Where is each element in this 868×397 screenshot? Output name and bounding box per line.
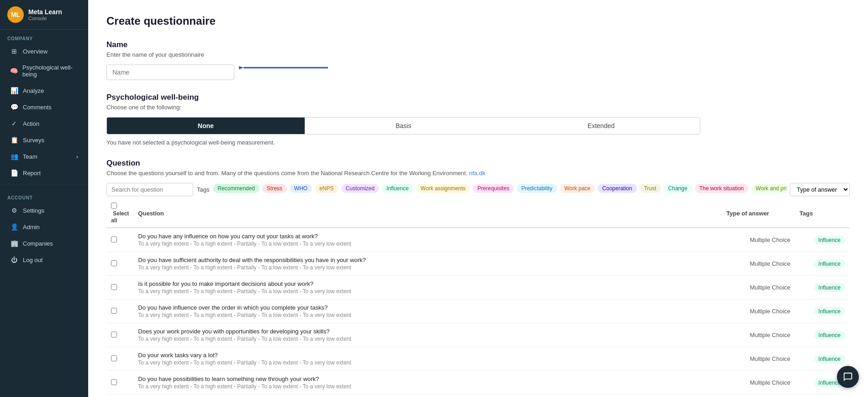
chat-button[interactable]: [837, 366, 859, 388]
tag-chip-trust[interactable]: Trust: [640, 184, 661, 193]
surveys-icon: 📋: [10, 136, 18, 144]
row-tag-badge[interactable]: Influence: [814, 283, 845, 292]
table-row: Do you have sufficient authority to deal…: [106, 252, 850, 276]
sidebar-item-comments[interactable]: 💬 Comments: [3, 99, 85, 115]
search-tags-row: Tags RecommendedStressWHOeNPSCustomizedI…: [106, 183, 850, 196]
type-dropdown[interactable]: Type of answer: [790, 183, 850, 196]
select-all-checkbox[interactable]: [111, 203, 117, 209]
question-text: Do your work tasks vary a lot?: [138, 352, 717, 359]
sidebar-item-team[interactable]: 👥 Team ›: [3, 149, 85, 164]
row-tag-cell-0: Influence: [795, 228, 850, 252]
row-question-cell-1: Do you have sufficient authority to deal…: [133, 252, 722, 276]
row-checkbox-5[interactable]: [111, 355, 117, 361]
logo-subtitle: Console: [28, 16, 62, 21]
sidebar-item-analyze[interactable]: 📊 Analyze: [3, 83, 85, 98]
row-tag-badge[interactable]: Influence: [814, 259, 845, 268]
question-section: Question Choose the questions yourself t…: [106, 159, 850, 397]
question-col-header: Question: [133, 199, 722, 228]
row-tag-cell-2: Influence: [795, 276, 850, 300]
tag-chip-influence[interactable]: Influence: [382, 184, 413, 193]
tag-chip-customized[interactable]: Customized: [341, 184, 379, 193]
question-sub: To a very high extent - To a high extent…: [138, 336, 717, 342]
row-tag-cell-7: Influence: [795, 395, 850, 397]
name-input[interactable]: [106, 64, 234, 80]
account-section-label: ACCOUNT: [0, 189, 88, 202]
row-checkbox-6[interactable]: [111, 379, 117, 385]
sidebar-item-psych[interactable]: 🧠 Psychological well-being: [3, 60, 85, 82]
answer-type: Multiple Choice: [750, 355, 790, 362]
search-input[interactable]: [106, 183, 193, 196]
row-checkbox-2[interactable]: [111, 284, 117, 290]
name-row: [106, 64, 850, 80]
tag-chip-work-assignments[interactable]: Work assignments: [416, 184, 470, 193]
table-row: Do you have possibilities to learn somet…: [106, 371, 850, 395]
tag-chip-predictability[interactable]: Predictability: [517, 184, 557, 193]
toggle-none[interactable]: None: [107, 118, 305, 134]
row-checkbox-cell: [106, 228, 133, 252]
row-tag-badge[interactable]: Influence: [814, 354, 845, 364]
row-question-cell-2: Is it possible for you to make important…: [133, 276, 722, 300]
sidebar-item-action[interactable]: ✓ Action: [3, 116, 85, 131]
answer-type: Multiple Choice: [750, 332, 790, 338]
row-checkbox-0[interactable]: [111, 236, 117, 242]
tag-chip-recommended[interactable]: Recommended: [213, 184, 259, 193]
no-selection-note: You have not selected a psychological we…: [106, 139, 850, 146]
arrow-icon: [239, 59, 330, 77]
table-row: Is it possible for you to make important…: [106, 276, 850, 300]
chevron-right-icon: ›: [76, 153, 78, 160]
sidebar-item-settings[interactable]: ⚙ Settings: [3, 203, 85, 218]
row-checkbox-cell: [106, 371, 133, 395]
row-tag-badge[interactable]: Influence: [814, 236, 845, 245]
sidebar-item-logout[interactable]: ⏻ Log out: [3, 252, 85, 268]
question-text: Do you have possibilities to learn somet…: [138, 376, 717, 382]
name-section-desc: Enter the name of your questionnaire: [106, 51, 850, 58]
row-type-cell-4: Multiple Choice: [722, 323, 795, 347]
question-text: Does your work provide you with opportun…: [138, 328, 717, 335]
table-header-row: Select all Question Type of answer Tags: [106, 199, 850, 228]
tags-col-header: Tags: [795, 199, 850, 228]
answer-type: Multiple Choice: [750, 260, 790, 267]
sidebar-item-overview[interactable]: ⊞ Overview: [3, 43, 85, 59]
tag-chip-change[interactable]: Change: [664, 184, 692, 193]
row-checkbox-cell: [106, 323, 133, 347]
toggle-basis[interactable]: Basis: [305, 118, 503, 134]
row-tag-badge[interactable]: Influence: [814, 331, 845, 340]
answer-type: Multiple Choice: [750, 379, 790, 386]
row-type-cell-2: Multiple Choice: [722, 276, 795, 300]
chat-icon: [843, 372, 853, 382]
tag-chip-prerequisites[interactable]: Prerequisites: [473, 184, 514, 193]
company-section-label: COMPANY: [0, 30, 88, 43]
question-sub: To a very high extent - To a high extent…: [138, 288, 717, 295]
report-icon: 📄: [10, 169, 18, 177]
sidebar-item-companies[interactable]: 🏢 Companies: [3, 236, 85, 251]
tag-chip-work-pace[interactable]: Work pace: [560, 184, 595, 193]
sidebar-item-label: Action: [23, 120, 39, 127]
tag-chip-the-work-situation[interactable]: The work situation: [695, 184, 748, 193]
row-checkbox-1[interactable]: [111, 260, 117, 266]
sidebar-item-surveys[interactable]: 📋 Surveys: [3, 132, 85, 148]
tag-chip-who[interactable]: WHO: [290, 184, 312, 193]
row-checkbox-4[interactable]: [111, 332, 117, 338]
nfa-link[interactable]: nfa.dk: [469, 170, 485, 177]
row-question-cell-3: Do you have influence over the order in …: [133, 300, 722, 323]
tag-chip-work-and-private-life[interactable]: Work and private life: [751, 184, 786, 193]
sidebar-item-label: Comments: [23, 104, 52, 111]
sidebar-item-admin[interactable]: 👤 Admin: [3, 219, 85, 235]
row-checkbox-cell: [106, 300, 133, 323]
arrow-container: [239, 59, 330, 77]
row-type-cell-6: Multiple Choice: [722, 371, 795, 395]
psych-section: Psychological well-being Choose one of t…: [106, 93, 850, 146]
tag-chip-enps[interactable]: eNPS: [315, 184, 338, 193]
question-sub: To a very high extent - To a high extent…: [138, 241, 717, 247]
row-tag-badge[interactable]: Influence: [814, 307, 845, 316]
sidebar-item-report[interactable]: 📄 Report: [3, 165, 85, 181]
row-question-cell-7: Do you have good opportunities for furth…: [133, 395, 722, 397]
row-checkbox-3[interactable]: [111, 308, 117, 314]
logo-title: Meta Learn: [28, 8, 62, 16]
tag-chip-stress[interactable]: Stress: [262, 184, 287, 193]
overview-icon: ⊞: [10, 48, 18, 55]
toggle-extended[interactable]: Extended: [502, 118, 700, 134]
table-row: Do you have any influence on how you car…: [106, 228, 850, 252]
sidebar-item-label: Companies: [23, 240, 53, 247]
tag-chip-cooperation[interactable]: Cooperation: [598, 184, 636, 193]
